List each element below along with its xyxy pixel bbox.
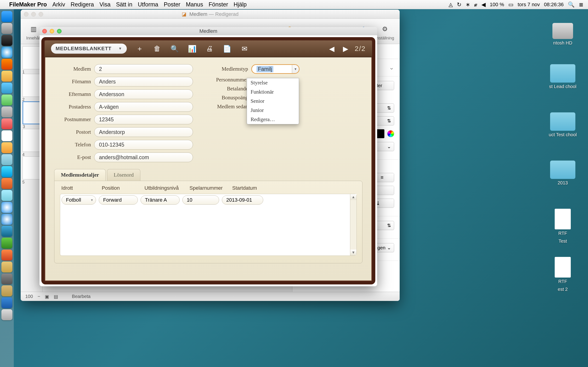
sort-button[interactable]: 📊	[187, 44, 197, 53]
layout-dropdown[interactable]: MEDLEMSBLANKETT ▼	[51, 44, 127, 54]
field-efternamn[interactable]: Andersson	[94, 90, 193, 99]
menu-hjalp[interactable]: Hjälp	[233, 1, 247, 8]
dock-messages-icon[interactable]	[1, 166, 12, 177]
menubar-date[interactable]: tors 7 nov	[518, 2, 540, 8]
minimize-button[interactable]	[31, 12, 36, 17]
dock-launchpad-icon[interactable]	[1, 23, 12, 34]
field-postadress[interactable]: A-vägen	[94, 102, 193, 112]
dropdown-option[interactable]: Funktionär	[247, 87, 299, 97]
content-tool[interactable]: ▥ Innehåll	[26, 22, 41, 41]
battery-icon[interactable]: ▭	[508, 1, 514, 8]
thumbnail[interactable]: 3	[23, 101, 40, 124]
tab-medlemsdetaljer[interactable]: Medlemsdetaljer	[54, 169, 106, 181]
dock-trash-icon[interactable]	[1, 309, 12, 320]
desktop-doc[interactable]: est 2	[547, 287, 579, 292]
dock-generic-icon[interactable]	[1, 106, 12, 117]
battery-percent[interactable]: 100 %	[490, 2, 504, 8]
menu-arkiv[interactable]: Arkiv	[52, 1, 65, 8]
settings-tool[interactable]: ⚙ Inställning	[376, 22, 394, 41]
menu-utforma[interactable]: Utforma	[138, 1, 158, 8]
close-button[interactable]	[42, 29, 47, 33]
tab-losenord[interactable]: Lösenord	[107, 169, 140, 181]
dock-calendar-icon[interactable]	[1, 130, 12, 141]
wifi-icon[interactable]: ⸙	[474, 1, 477, 8]
desktop-doc[interactable]: Test	[547, 239, 579, 244]
menu-fonster[interactable]: Fönster	[208, 1, 228, 8]
medlem-titlebar[interactable]: Medlem	[40, 27, 377, 35]
scroll-up-icon[interactable]: ▲	[350, 194, 356, 200]
dock-powerpoint-icon[interactable]	[1, 250, 12, 261]
zoom-fit-button[interactable]: ▣	[45, 294, 49, 299]
dock-generic-icon[interactable]	[1, 83, 12, 94]
dock-generic-icon[interactable]	[1, 71, 12, 82]
menu-redigera[interactable]: Redigera	[71, 1, 94, 8]
zoom-in-button[interactable]: ▤	[54, 294, 58, 299]
thumbnail[interactable]: 4	[23, 129, 40, 152]
dock-finder-icon[interactable]	[1, 11, 12, 22]
desktop-folder[interactable]: uct Test chool	[547, 112, 579, 137]
field-epost[interactable]: anders@hotmail.com	[94, 152, 193, 162]
thumbnail[interactable]: 2	[23, 74, 40, 97]
dropdown-arrow-icon[interactable]: ▼	[292, 65, 299, 73]
field-telefon[interactable]: 010-12345	[94, 140, 193, 150]
menubar-time[interactable]: 08:26:36	[544, 2, 564, 8]
desktop-doc[interactable]: RTF	[547, 209, 579, 236]
color-picker-button[interactable]	[387, 130, 394, 137]
dropdown-option[interactable]: Styrelse	[247, 78, 299, 87]
portal-utbildning-field[interactable]: Tränare A	[141, 195, 180, 205]
dock-itunes-icon[interactable]	[1, 202, 12, 213]
spotlight-icon[interactable]: 🔍	[568, 1, 575, 8]
dock-excel-icon[interactable]	[1, 238, 12, 249]
portal-idrott-field[interactable]: Fotboll▼	[61, 195, 96, 205]
volume-icon[interactable]: ◀	[481, 1, 485, 8]
zoom-button[interactable]	[39, 12, 43, 17]
dropdown-option[interactable]: Junior	[247, 106, 299, 115]
dock-generic-icon[interactable]	[1, 261, 12, 273]
dock-generic-icon[interactable]	[1, 190, 12, 201]
dock-generic-icon[interactable]	[1, 154, 12, 165]
dock-generic-icon[interactable]	[1, 118, 12, 129]
bluetooth-icon[interactable]: ∗	[466, 1, 470, 8]
prev-record-button[interactable]: ◀	[327, 44, 336, 53]
desktop-folder[interactable]: 2013	[547, 161, 579, 186]
dock-safari-icon[interactable]	[1, 47, 12, 58]
dock-word-icon[interactable]	[1, 226, 12, 237]
dock-firefox-icon[interactable]	[1, 59, 12, 70]
print-button[interactable]: 🖨	[205, 44, 214, 53]
dropdown-option[interactable]: Redigera…	[247, 115, 299, 124]
field-postnummer[interactable]: 12345	[94, 115, 193, 124]
delete-record-button[interactable]: 🗑	[153, 44, 162, 53]
field-fornamn[interactable]: Anders	[94, 77, 193, 86]
dock-generic-icon[interactable]	[1, 285, 12, 296]
scroll-down-icon[interactable]: ▼	[350, 250, 356, 256]
new-record-button[interactable]: ＋	[135, 44, 144, 53]
zoom-button[interactable]	[57, 29, 61, 33]
menu-visa[interactable]: Visa	[99, 1, 111, 8]
portal-scrollbar[interactable]: ▲ ▼	[350, 194, 356, 256]
menu-satt-in[interactable]: Sätt in	[116, 1, 132, 8]
dock-generic-icon[interactable]	[1, 94, 12, 106]
desktop-hd[interactable]: ntosh HD	[547, 23, 579, 46]
close-button[interactable]	[24, 12, 28, 17]
zoom-out-button[interactable]: −	[37, 294, 40, 299]
document-button[interactable]: 📄	[222, 44, 232, 53]
field-medlemstyp[interactable]: Familj ▼	[251, 64, 300, 74]
portal-position-field[interactable]: Forward	[99, 195, 138, 205]
timemachine-icon[interactable]: ↻	[457, 1, 461, 8]
field-medlem[interactable]: 2	[94, 64, 193, 74]
gdrive-icon[interactable]: ◬	[449, 1, 453, 8]
thumbnail[interactable]: 1	[23, 46, 40, 69]
portal-start-field[interactable]: 2013-09-01	[222, 195, 263, 205]
dock-filemaker-icon[interactable]	[1, 297, 12, 308]
next-record-button[interactable]: ▶	[341, 44, 350, 53]
field-postort[interactable]: Anderstorp	[94, 127, 193, 137]
app-name[interactable]: FileMaker Pro	[9, 1, 47, 8]
dock-appstore-icon[interactable]	[1, 214, 12, 225]
email-button[interactable]: ✉	[240, 44, 249, 53]
dock-missioncontrol-icon[interactable]	[1, 35, 12, 46]
dock-generic-icon[interactable]	[1, 273, 12, 284]
desktop-doc[interactable]: RTF	[547, 257, 579, 284]
menu-poster[interactable]: Poster	[164, 1, 180, 8]
dropdown-option[interactable]: Senior	[247, 97, 299, 106]
portal-nummer-field[interactable]: 10	[182, 195, 219, 205]
